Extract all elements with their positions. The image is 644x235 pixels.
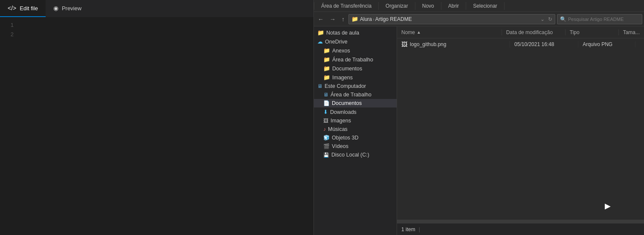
sidebar-with-scroll: 📁 Notas de aula ☁ OneDrive 📁 Anexos 📁 Ár… — [314, 26, 397, 235]
sidebar-label-disco: Disco Local (C:) — [331, 152, 369, 158]
sidebar-item-objetos3d[interactable]: 🧊 Objetos 3D — [314, 133, 397, 142]
col-data-label: Data de modificação — [506, 29, 553, 35]
file-icon: 🖼 — [401, 41, 407, 48]
editor-body: 1 2 — [0, 17, 313, 235]
sidebar-item-disco-local[interactable]: 💾 Disco Local (C:) — [314, 151, 397, 159]
sidebar-item-notas-de-aula[interactable]: 📁 Notas de aula — [314, 28, 397, 37]
sidebar-label-videos: Vídeos — [332, 143, 348, 149]
drive-icon: 💾 — [323, 152, 329, 158]
tab-preview-label: Preview — [62, 5, 81, 12]
docs-icon: 📄 — [323, 100, 330, 106]
sidebar-label-area-od: Área de Trabalho — [332, 57, 373, 63]
address-bar[interactable]: 📁 Alura › Artigo README ⌄ ↻ — [348, 14, 555, 24]
sidebar-item-documentos-od[interactable]: 📁 Documentos — [314, 64, 397, 73]
sidebar-label-computador: Este Computador — [325, 83, 366, 89]
col-nome[interactable]: Nome ▲ — [397, 29, 502, 35]
col-tipo-label: Tipo — [570, 29, 580, 35]
sidebar-item-area-trabalho-pc[interactable]: 🖥 Área de Trabalho — [314, 90, 397, 99]
toolbar-transferencia[interactable]: Área de Transferência — [314, 2, 379, 10]
desktop-icon: 🖥 — [323, 92, 328, 98]
file-date-cell: 05/10/2021 16:48 — [510, 41, 578, 47]
folder-icon: 📁 — [323, 65, 330, 72]
explorer-panel: Área de Transferência Organizar Novo Abr… — [313, 0, 644, 235]
sidebar-item-imagens-pc[interactable]: 🖼 Imagens — [314, 116, 397, 125]
file-list-body: 🖼 logo_github.png 05/10/2021 16:48 Arqui… — [397, 38, 644, 220]
videos-icon: 🎬 — [323, 143, 330, 149]
sidebar-label-objetos: Objetos 3D — [332, 135, 359, 141]
objects-icon: 🧊 — [323, 135, 330, 141]
refresh-icon: ↻ — [548, 16, 552, 22]
explorer-toolbar: Área de Transferência Organizar Novo Abr… — [314, 0, 644, 12]
sidebar-label-docs-od: Documentos — [332, 66, 362, 72]
code-area[interactable] — [17, 20, 313, 232]
breadcrumb-sep: › — [373, 17, 374, 22]
horizontal-scrollbar[interactable] — [397, 220, 644, 223]
sidebar-tree: 📁 Notas de aula ☁ OneDrive 📁 Anexos 📁 Ár… — [314, 26, 397, 235]
computer-icon: 🖥 — [317, 83, 322, 89]
col-tamanho[interactable]: Tama... — [619, 29, 644, 35]
explorer-main: 📁 Notas de aula ☁ OneDrive 📁 Anexos 📁 Ár… — [314, 26, 644, 235]
status-bar: 1 item | — [397, 223, 644, 235]
sidebar-label-imagens-od: Imagens — [332, 75, 353, 81]
toolbar-novo[interactable]: Novo — [415, 2, 441, 10]
toolbar-group: Área de Transferência Organizar Novo Abr… — [314, 2, 505, 10]
sidebar-label-imagens-pc: Imagens — [331, 118, 351, 124]
sidebar-item-onedrive[interactable]: ☁ OneDrive — [314, 37, 397, 46]
table-row[interactable]: 🖼 logo_github.png 05/10/2021 16:48 Arqui… — [397, 38, 644, 50]
tab-edit[interactable]: </> Edit file — [0, 0, 46, 17]
status-sep: | — [419, 226, 420, 232]
sidebar-label-downloads: Downloads — [330, 109, 357, 115]
sidebar-item-musicas[interactable]: ♪ Músicas — [314, 125, 397, 133]
file-type-cell: Arquivo PNG — [578, 41, 635, 47]
file-name-cell: 🖼 logo_github.png — [397, 41, 510, 48]
sidebar-label-docs-pc: Documentos — [332, 100, 362, 106]
line-number-1: 1 — [3, 20, 14, 30]
folder-icon: 📁 — [323, 56, 330, 63]
search-placeholder: Pesquisar Artigo README — [568, 17, 624, 22]
edit-icon: </> — [8, 5, 16, 12]
search-icon: 🔍 — [560, 16, 566, 22]
line-number-2: 2 — [3, 30, 14, 39]
sidebar-item-videos[interactable]: 🎬 Vídeos — [314, 142, 397, 151]
sidebar-item-documentos-pc[interactable]: 📄 Documentos — [314, 99, 397, 107]
music-icon: ♪ — [323, 126, 326, 132]
search-box[interactable]: 🔍 Pesquisar Artigo README — [557, 14, 642, 24]
tab-preview[interactable]: ◉ Preview — [46, 0, 89, 17]
address-folder-icon: 📁 — [351, 16, 358, 22]
file-date: 05/10/2021 16:48 — [514, 41, 554, 47]
up-button[interactable]: ↑ — [339, 15, 347, 23]
preview-icon: ◉ — [53, 5, 58, 12]
col-nome-sort: ▲ — [417, 30, 421, 35]
sidebar-item-imagens-od[interactable]: 📁 Imagens — [314, 73, 397, 82]
line-numbers: 1 2 — [0, 20, 17, 232]
sidebar-label-musicas: Músicas — [328, 126, 348, 132]
editor-tabs: </> Edit file ◉ Preview — [0, 0, 313, 17]
col-data[interactable]: Data de modificação — [502, 29, 566, 35]
downloads-icon: ⬇ — [323, 109, 328, 115]
expand-address-icon: ⌄ — [540, 16, 545, 22]
sidebar-item-downloads[interactable]: ⬇ Downloads — [314, 107, 397, 116]
file-name: logo_github.png — [410, 41, 446, 47]
editor-panel: </> Edit file ◉ Preview 1 2 — [0, 0, 313, 235]
sidebar-item-anexos[interactable]: 📁 Anexos — [314, 46, 397, 55]
toolbar-organizar[interactable]: Organizar — [379, 2, 415, 10]
images-icon: 🖼 — [323, 118, 328, 124]
col-tamanho-label: Tama... — [623, 29, 640, 35]
item-count: 1 item — [401, 226, 415, 232]
tab-edit-label: Edit file — [20, 5, 38, 12]
toolbar-selecionar[interactable]: Selecionar — [466, 2, 505, 10]
sidebar-item-area-trabalho-od[interactable]: 📁 Área de Trabalho — [314, 55, 397, 64]
breadcrumb-alura: Alura — [360, 16, 372, 22]
forward-button[interactable]: → — [328, 15, 338, 23]
sidebar-label-anexos: Anexos — [332, 48, 350, 54]
sidebar-label-notas: Notas de aula — [326, 30, 359, 36]
file-list-area: Nome ▲ Data de modificação Tipo Tama... … — [397, 26, 644, 235]
sidebar-item-este-computador[interactable]: 🖥 Este Computador — [314, 82, 397, 90]
address-row: ← → ↑ 📁 Alura › Artigo README ⌄ ↻ 🔍 Pesq… — [314, 12, 644, 26]
sidebar-label-onedrive: OneDrive — [325, 39, 348, 45]
col-tipo[interactable]: Tipo — [566, 29, 619, 35]
back-button[interactable]: ← — [316, 15, 326, 23]
file-type: Arquivo PNG — [583, 41, 612, 47]
file-list-header: Nome ▲ Data de modificação Tipo Tama... — [397, 26, 644, 38]
toolbar-abrir[interactable]: Abrir — [441, 2, 466, 10]
